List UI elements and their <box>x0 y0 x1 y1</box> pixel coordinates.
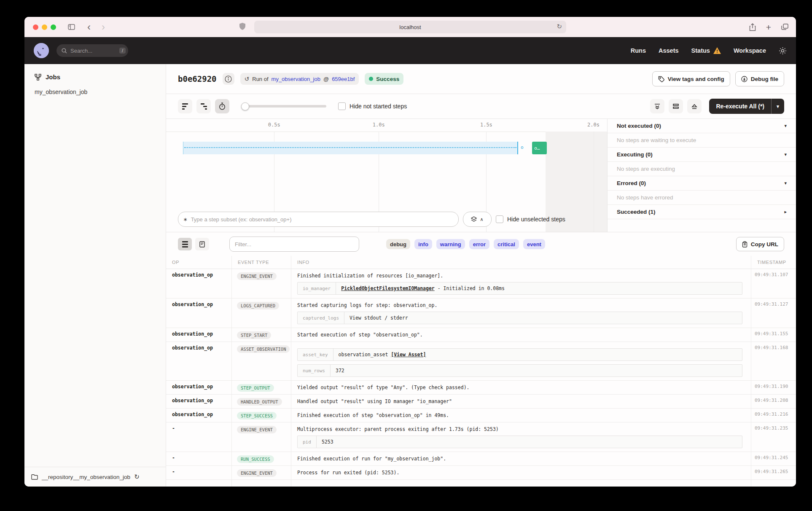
metadata-entry: num_rows372 <box>297 364 742 377</box>
nav-item-assets[interactable]: Assets <box>659 47 679 54</box>
table-row[interactable]: observation_opLOGS_CAPTUREDStarted captu… <box>166 299 796 328</box>
run-header: b0e62920 ↺ Run of my_observation_job @ 6… <box>166 64 796 94</box>
log-level-event[interactable]: event <box>523 239 545 249</box>
forward-button[interactable]: › <box>97 21 109 33</box>
close-window-button[interactable] <box>33 24 38 30</box>
row-height-button[interactable] <box>669 99 683 113</box>
graph-query-toggle-button[interactable]: ∧ <box>463 212 492 227</box>
tab-overview-icon[interactable] <box>781 24 788 30</box>
share-icon[interactable] <box>749 23 756 31</box>
hide-not-started-checkbox[interactable] <box>338 102 346 110</box>
nav-item-runs[interactable]: Runs <box>631 47 646 54</box>
minimize-window-button[interactable] <box>42 24 47 30</box>
log-info-cell: Yielded output "result" of type "Any". (… <box>291 381 751 394</box>
debug-file-button[interactable]: Debug file <box>735 71 784 86</box>
metadata-entry: captured_logsView stdout / stderr <box>297 312 742 324</box>
metadata-key: pid <box>298 436 317 448</box>
jobs-sidebar: Jobs my_observation_job __repository__my… <box>24 64 166 487</box>
col-op: OP <box>166 256 231 269</box>
table-row[interactable]: -ENGINE_EVENTMultiprocess executor: pare… <box>166 422 796 452</box>
gear-icon[interactable] <box>779 47 787 55</box>
sidebar-toggle-icon[interactable] <box>65 21 77 33</box>
search-shortcut-key: / <box>119 48 126 54</box>
eject-button[interactable] <box>687 99 702 113</box>
chevron-down-icon: ▾ <box>784 123 787 129</box>
log-level-error[interactable]: error <box>469 239 489 249</box>
log-structured-view-button[interactable] <box>195 238 209 250</box>
gantt-step-chip[interactable]: o… <box>532 142 547 154</box>
log-info-text: Multiprocess executor: parent process ex… <box>297 425 742 432</box>
sidebar-item-job[interactable]: my_observation_job <box>24 85 166 99</box>
log-level-debug[interactable]: debug <box>386 239 410 249</box>
hide-unselected-checkbox-row[interactable]: Hide unselected steps <box>496 215 565 223</box>
table-row[interactable]: -ENGINE_EVENTProcess for run exited (pid… <box>166 466 796 480</box>
log-level-warning[interactable]: warning <box>436 239 465 249</box>
reload-icon[interactable]: ↻ <box>557 23 562 30</box>
view-tags-config-button[interactable]: View tags and config <box>652 71 730 86</box>
log-timestamp: 09:49:31.208 <box>751 395 796 408</box>
gantt-step-bar[interactable] <box>183 142 518 154</box>
browser-titlebar: ‹ › localhost ↻ + <box>24 17 796 37</box>
table-row[interactable]: observation_opSTEP_OUTPUTYielded output … <box>166 381 796 395</box>
zoom-window-button[interactable] <box>51 24 56 30</box>
step-subset-input[interactable]: ∗ Type a step subset (ex: observation_op… <box>178 212 459 227</box>
nav-item-status[interactable]: Status <box>691 47 721 54</box>
back-button[interactable]: ‹ <box>83 21 95 33</box>
refresh-icon[interactable]: ↻ <box>134 473 140 481</box>
jobs-icon <box>35 74 41 81</box>
collapse-all-button[interactable] <box>650 99 664 113</box>
table-row[interactable]: observation_opSTEP_SUCCESSFinished execu… <box>166 409 796 422</box>
info-icon[interactable] <box>223 73 234 85</box>
repository-label[interactable]: __repository__my_observation_job <box>42 474 130 480</box>
metadata-link[interactable]: PickledObjectFilesystemIOManager <box>341 285 435 291</box>
waterfall-view-button[interactable] <box>196 99 211 113</box>
gantt-section: 0.5s 1.0s 1.5s 2.0s o o… ∗ <box>166 119 796 232</box>
new-tab-icon[interactable]: + <box>766 23 771 32</box>
clipboard-icon <box>742 241 747 247</box>
nav-item-workspace[interactable]: Workspace <box>734 47 766 54</box>
log-level-critical[interactable]: critical <box>494 239 519 249</box>
zoom-slider[interactable] <box>242 105 326 108</box>
table-row[interactable]: observation_opENGINE_EVENTFinished initi… <box>166 269 796 299</box>
log-filter-input[interactable]: Filter... <box>229 237 359 252</box>
address-bar[interactable]: localhost ↻ <box>254 21 566 33</box>
log-info-text: Handled output "result" using IO manager… <box>297 398 742 404</box>
status-section-empty-text: No steps are executing <box>608 162 796 176</box>
log-event-type-badge: LOGS_CAPTURED <box>237 302 279 309</box>
dagster-logo[interactable] <box>34 43 49 58</box>
search-input[interactable]: Search... / <box>56 44 128 57</box>
hide-unselected-checkbox[interactable] <box>496 215 503 223</box>
zoom-slider-handle[interactable] <box>241 102 249 110</box>
metadata-value: observation_asset [View Asset] <box>333 352 431 358</box>
log-info-cell: Finished initialization of resources [io… <box>291 269 751 298</box>
metadata-value: PickledObjectFilesystemIOManager - Initi… <box>336 285 510 291</box>
flat-view-button[interactable] <box>178 99 192 113</box>
log-timestamp: 09:49:31.107 <box>751 269 796 298</box>
reexecute-all-button[interactable]: Re-execute All (*) ▾ <box>709 99 784 114</box>
history-clock-icon: ↺ <box>245 75 250 82</box>
hide-not-started-checkbox-row[interactable]: Hide not started steps <box>338 102 407 110</box>
table-row[interactable]: observation_opSTEP_STARTStarted executio… <box>166 328 796 342</box>
search-placeholder: Search... <box>70 48 116 54</box>
commit-link[interactable]: 659ee1bf <box>332 76 355 82</box>
status-section-header[interactable]: Errored (0)▾ <box>608 176 796 191</box>
status-section-header[interactable]: Not executed (0)▾ <box>608 119 796 133</box>
table-row[interactable]: observation_opHANDLED_OUTPUTHandled outp… <box>166 395 796 409</box>
copy-url-button[interactable]: Copy URL <box>736 237 784 251</box>
log-level-info[interactable]: info <box>414 239 432 249</box>
job-link[interactable]: my_observation_job <box>272 76 320 82</box>
run-of-tag[interactable]: ↺ Run of my_observation_job @ 659ee1bf <box>240 73 359 85</box>
reexecute-dropdown-caret[interactable]: ▾ <box>771 99 784 114</box>
browser-window: ‹ › localhost ↻ + Search... <box>24 17 796 487</box>
log-list-view-button[interactable] <box>178 238 192 250</box>
log-event-type-badge: ENGINE_EVENT <box>237 272 277 280</box>
metadata-link[interactable]: [View Asset] <box>391 352 426 358</box>
timed-view-button[interactable] <box>215 99 229 113</box>
status-section-header[interactable]: Executing (0)▾ <box>608 148 796 162</box>
table-row[interactable]: -RUN_SUCCESSFinished execution of run fo… <box>166 452 796 466</box>
status-section-header[interactable]: Succeeded (1)▸ <box>608 205 796 219</box>
privacy-shield-icon[interactable] <box>239 23 245 30</box>
table-row[interactable]: observation_opASSET_OBSERVATIONasset_key… <box>166 342 796 381</box>
log-level-filters: debuginfowarningerrorcriticalevent <box>386 239 545 249</box>
run-id: b0e62920 <box>178 74 217 83</box>
